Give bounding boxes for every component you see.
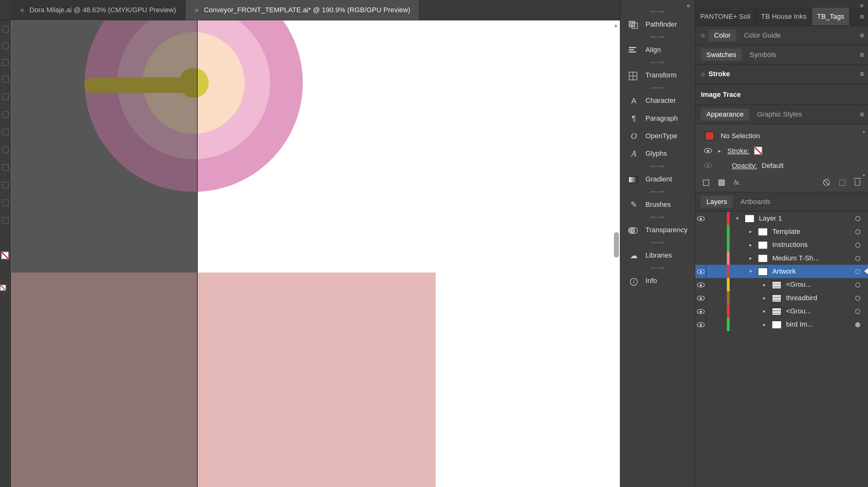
tool-icon[interactable] [2,93,9,100]
lock-column[interactable] [706,238,727,251]
close-tab-icon[interactable]: × [194,6,199,14]
lock-column[interactable] [706,305,727,318]
panel-drag-grip[interactable] [620,188,695,196]
tab-tb-house-inks[interactable]: TB House Inks [756,8,812,25]
lock-column[interactable] [706,225,727,238]
layer-row-group-1[interactable]: ▸ <Grou... [695,278,868,291]
expand-chevron-icon[interactable]: ▸ [747,242,754,248]
panel-button-pathfinder[interactable]: Pathfinder [620,16,695,33]
layer-row-medium-t-shirt[interactable]: ▸ Medium T-Sh... [695,252,868,265]
expand-chevron-icon[interactable]: ▸ [761,282,768,288]
panel-expander-icon[interactable]: ◇ [701,33,705,38]
tab-tb-tags[interactable]: TB_Tags [812,8,850,25]
target-circle-icon[interactable] [855,269,860,274]
tab-graphic-styles[interactable]: Graphic Styles [751,109,808,121]
target-circle-icon[interactable] [855,296,860,301]
layer-row-layer-1[interactable]: ▾ Layer 1 [695,212,868,225]
panel-drag-grip[interactable] [620,33,695,41]
visibility-eye-icon[interactable] [696,216,705,221]
tool-icon[interactable] [2,146,9,153]
expand-chevron-icon[interactable]: ▸ [761,322,768,328]
layer-name[interactable]: threadbird [786,294,856,302]
tool-icon[interactable] [2,182,9,188]
visibility-toggle-empty[interactable] [695,238,706,251]
target-circle-icon[interactable] [855,229,860,234]
panel-drag-grip[interactable] [620,8,695,16]
target-circle-icon[interactable] [855,256,860,261]
stroke-panel-header[interactable]: ◇ Stroke ≡ [695,65,868,84]
chevron-right-icon[interactable]: ▸ [716,148,723,154]
layer-thumbnail[interactable] [758,254,768,262]
panel-drag-grip[interactable] [620,163,695,171]
panel-button-character[interactable]: A Character [620,92,695,110]
duplicate-item-icon[interactable] [839,179,845,185]
tab-color[interactable]: Color [709,29,736,41]
layer-row-template[interactable]: ▸ Template [695,225,868,238]
scroll-up-icon[interactable]: ▲ [862,129,866,133]
layer-thumbnail[interactable] [772,280,782,288]
lock-column[interactable] [706,278,727,291]
scroll-up-icon[interactable]: ▲ [614,23,619,28]
tool-icon[interactable] [2,26,9,33]
panel-button-align[interactable]: Align [620,41,695,59]
panel-button-gradient[interactable]: Gradient [620,170,695,188]
visibility-eye-icon[interactable] [696,282,705,287]
scroll-down-icon[interactable]: ▼ [862,174,866,177]
panel-button-brushes[interactable]: ✎ Brushes [620,195,695,213]
panel-expander-icon[interactable]: ◇ [701,71,705,77]
visibility-eye-icon[interactable] [696,269,705,274]
stroke-attribute-link[interactable]: Stroke: [727,147,749,154]
layer-name[interactable]: <Grou... [786,281,856,288]
vertical-scrollbar-thumb[interactable] [614,232,619,257]
visibility-eye-icon[interactable] [696,322,705,327]
tool-icon[interactable] [2,76,9,83]
document-tab-conveyor-front-template[interactable]: × Conveyor_FRONT_TEMPLATE.ai* @ 190.9% (… [186,0,420,20]
document-tab-dora-milaje[interactable]: × Dora Milaje.ai @ 48.63% (CMYK/GPU Prev… [11,0,186,20]
target-circle-icon[interactable] [855,242,860,247]
add-new-stroke-icon[interactable] [703,179,709,185]
panel-button-transparency[interactable]: Transparency [620,221,695,239]
panel-button-libraries[interactable]: ☁ Libraries [620,247,695,264]
visibility-eye-icon[interactable] [696,296,705,301]
layer-row-artwork-selected[interactable]: ▾ Artwork [695,265,868,278]
expand-chevron-icon[interactable]: ▸ [747,255,754,261]
tool-icon[interactable] [2,200,9,206]
canvas[interactable]: ▲ [11,20,620,487]
image-trace-panel-header[interactable]: Image Trace [695,84,868,105]
panel-drag-grip[interactable] [620,59,695,66]
layer-thumbnail[interactable] [758,227,768,236]
panel-button-transform[interactable]: Transform [620,66,695,84]
lock-column[interactable] [706,212,727,225]
lock-column[interactable] [706,318,727,331]
tab-swatches[interactable]: Swatches [701,49,742,61]
layer-name[interactable]: Layer 1 [759,214,855,222]
visibility-toggle-empty[interactable] [695,225,706,238]
expand-chevron-icon[interactable]: ▸ [761,308,768,314]
panel-menu-icon[interactable]: ≡ [860,31,864,39]
layer-row-threadbird[interactable]: ▸ threadbird [695,292,868,305]
layer-thumbnail[interactable] [745,214,754,222]
visibility-toggle-empty[interactable] [695,252,706,265]
expand-chevron-icon[interactable]: ▸ [761,295,768,301]
panel-button-opentype[interactable]: O OpenType [620,127,695,145]
tab-appearance[interactable]: Appearance [701,109,749,121]
expand-chevron-icon[interactable]: ▾ [734,216,741,221]
tab-symbols[interactable]: Symbols [744,49,782,61]
lock-column[interactable] [706,292,727,305]
panel-menu-icon[interactable]: ≡ [860,110,864,118]
tool-icon[interactable] [2,129,9,135]
layer-thumbnail[interactable] [758,267,768,275]
panel-button-glyphs[interactable]: A Glyphs [620,145,695,162]
artboard[interactable] [198,20,620,487]
stroke-none-swatch[interactable] [754,146,762,154]
close-tab-icon[interactable]: × [20,6,25,14]
visibility-eye-icon[interactable] [696,309,705,314]
tool-icon[interactable] [2,111,9,118]
layer-name[interactable]: Artwork [772,268,855,275]
add-effect-icon[interactable]: fx. [734,179,741,186]
lock-column[interactable] [706,265,727,278]
eye-icon-dimmed[interactable] [704,163,712,168]
tab-pantone-solid[interactable]: PANTONE+ Soli [695,8,756,25]
layer-name[interactable]: <Grou... [786,307,856,315]
layer-name[interactable]: bird Im... [786,321,856,328]
